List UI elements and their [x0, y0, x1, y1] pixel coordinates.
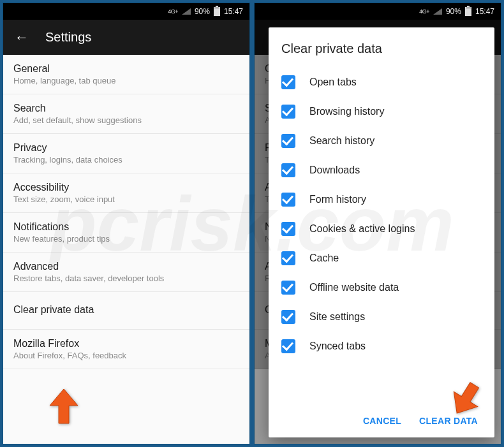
battery-icon: [465, 7, 471, 16]
setting-desc: Add, set default, show suggestions: [13, 115, 239, 125]
signal-icon: [182, 8, 191, 15]
setting-accessibility[interactable]: Accessibility Text size, zoom, voice inp…: [3, 173, 249, 213]
setting-general[interactable]: General Home, language, tab queue: [3, 55, 249, 94]
setting-desc: Tracking, logins, data choices: [13, 155, 239, 165]
checkbox-icon[interactable]: [281, 75, 295, 89]
option-label: Open tabs: [309, 77, 357, 88]
setting-label: Advanced: [13, 261, 239, 272]
setting-desc: Text size, zoom, voice input: [13, 194, 239, 204]
dialog-title: Clear private data: [281, 41, 482, 56]
setting-advanced[interactable]: Advanced Restore tabs, data saver, devel…: [3, 253, 249, 292]
option-site-settings[interactable]: Site settings: [281, 302, 482, 332]
option-label: Browsing history: [309, 106, 384, 117]
setting-label: Clear private data: [13, 300, 239, 319]
option-cache[interactable]: Cache: [281, 244, 482, 273]
checkbox-icon[interactable]: [281, 222, 295, 236]
dialog-actions: CANCEL CLEAR DATA: [281, 409, 482, 431]
screen-dialog: 4G+ 90% 15:47 ← GH SA PT AT NN AR C MA C…: [254, 3, 501, 444]
option-synced-tabs[interactable]: Synced tabs: [281, 332, 482, 361]
checkbox-icon[interactable]: [281, 310, 295, 324]
setting-mozilla[interactable]: Mozilla Firefox About Firefox, FAQs, fee…: [3, 330, 249, 369]
option-label: Downloads: [309, 165, 360, 176]
clock: 15:47: [475, 7, 494, 16]
battery-percent: 90%: [446, 7, 461, 16]
checkbox-icon[interactable]: [281, 281, 295, 295]
checkbox-icon[interactable]: [281, 105, 295, 119]
battery-percent: 90%: [195, 7, 210, 16]
setting-search[interactable]: Search Add, set default, show suggestion…: [3, 94, 249, 134]
setting-label: Notifications: [13, 221, 239, 233]
option-search-history[interactable]: Search history: [281, 126, 482, 156]
settings-list: General Home, language, tab queue Search…: [3, 55, 249, 369]
checkbox-icon[interactable]: [281, 134, 295, 148]
option-label: Offline website data: [309, 282, 399, 293]
option-label: Synced tabs: [309, 341, 366, 352]
checkbox-icon[interactable]: [281, 339, 295, 353]
clear-data-button[interactable]: CLEAR DATA: [419, 416, 478, 426]
setting-label: Mozilla Firefox: [13, 338, 239, 349]
option-open-tabs[interactable]: Open tabs: [281, 68, 482, 97]
setting-clear-private-data[interactable]: Clear private data: [3, 292, 249, 330]
setting-desc: Home, language, tab queue: [13, 76, 239, 85]
clock: 15:47: [224, 7, 243, 16]
network-indicator: 4G+: [168, 8, 178, 15]
option-label: Cookies & active logins: [309, 223, 415, 235]
checkbox-list: Open tabs Browsing history Search histor…: [281, 68, 482, 409]
option-downloads[interactable]: Downloads: [281, 156, 482, 185]
setting-label: Privacy: [13, 142, 239, 154]
setting-desc: Restore tabs, data saver, developer tool…: [13, 274, 239, 283]
setting-label: Accessibility: [13, 182, 239, 193]
checkbox-icon[interactable]: [281, 251, 295, 265]
setting-notifications[interactable]: Notifications New features, product tips: [3, 213, 249, 253]
status-bar: 4G+ 90% 15:47: [3, 3, 249, 20]
option-label: Form history: [309, 194, 366, 205]
cancel-button[interactable]: CANCEL: [363, 416, 401, 426]
page-title: Settings: [45, 30, 91, 45]
option-form-history[interactable]: Form history: [281, 185, 482, 214]
setting-desc: About Firefox, FAQs, feedback: [13, 351, 239, 360]
signal-icon: [433, 8, 442, 15]
clear-data-dialog: Clear private data Open tabs Browsing hi…: [269, 27, 494, 437]
checkbox-icon[interactable]: [281, 163, 295, 177]
setting-desc: New features, product tips: [13, 234, 239, 244]
network-indicator: 4G+: [419, 8, 429, 15]
setting-privacy[interactable]: Privacy Tracking, logins, data choices: [3, 134, 249, 173]
option-label: Site settings: [309, 311, 365, 323]
option-offline-data[interactable]: Offline website data: [281, 273, 482, 302]
battery-icon: [214, 7, 220, 16]
app-header: ← Settings: [3, 20, 249, 55]
checkbox-icon[interactable]: [281, 193, 295, 207]
option-browsing-history[interactable]: Browsing history: [281, 97, 482, 126]
back-arrow-icon[interactable]: ←: [15, 29, 29, 46]
status-bar: 4G+ 90% 15:47: [255, 3, 501, 20]
screen-settings: 4G+ 90% 15:47 ← Settings General Home, l…: [3, 3, 250, 444]
setting-label: Search: [13, 103, 239, 114]
option-label: Cache: [309, 253, 339, 264]
setting-label: General: [13, 63, 239, 75]
option-cookies[interactable]: Cookies & active logins: [281, 214, 482, 244]
option-label: Search history: [309, 135, 374, 147]
